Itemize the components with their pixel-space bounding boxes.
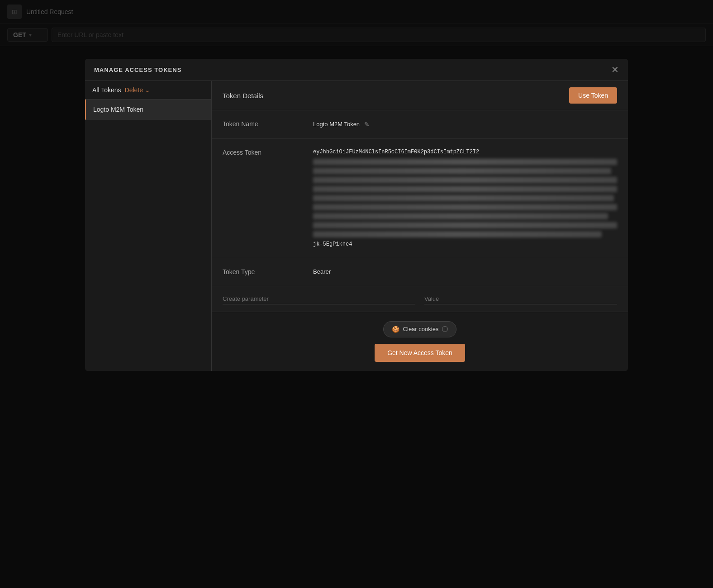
- blurred-line-4: [313, 186, 617, 192]
- token-list: Logto M2M Token: [85, 100, 211, 371]
- token-name-row: Logto M2M Token ✎: [313, 119, 617, 129]
- manage-tokens-modal: MANAGE ACCESS TOKENS ✕ All Tokens Delete…: [85, 59, 628, 371]
- info-icon[interactable]: ⓘ: [442, 325, 448, 333]
- detail-panel: Token Details Use Token Token Name Logto…: [212, 81, 628, 371]
- sidebar-controls: All Tokens Delete ⌄: [85, 81, 211, 100]
- chevron-down-icon: ⌄: [145, 86, 150, 94]
- edit-icon[interactable]: ✎: [364, 119, 370, 129]
- modal-footer: 🍪 Clear cookies ⓘ Get New Access Token: [212, 312, 628, 371]
- detail-panel-title: Token Details: [223, 92, 263, 100]
- access-token-label: Access Token: [223, 148, 313, 156]
- cookie-icon: 🍪: [392, 326, 399, 333]
- access-token-prefix: eyJhbGciOiJFUzM4NClsInR5cCI6ImF0K2p3dCIs…: [313, 148, 617, 156]
- token-name-field: Token Name Logto M2M Token ✎: [212, 110, 628, 139]
- blurred-line-2: [313, 168, 611, 174]
- all-tokens-button[interactable]: All Tokens: [92, 86, 121, 94]
- blurred-line-5: [313, 195, 614, 201]
- blurred-line-1: [313, 159, 617, 165]
- blurred-line-7: [313, 213, 608, 219]
- blurred-token-lines: [313, 159, 617, 237]
- blurred-line-8: [313, 222, 617, 228]
- detail-content: Token Name Logto M2M Token ✎ Access Toke…: [212, 110, 628, 312]
- param-value-input[interactable]: [424, 294, 617, 304]
- clear-cookies-label: Clear cookies: [403, 326, 439, 332]
- modal-header: MANAGE ACCESS TOKENS ✕: [85, 59, 628, 81]
- blurred-line-9: [313, 231, 602, 237]
- blurred-line-6: [313, 204, 617, 210]
- token-item[interactable]: Logto M2M Token: [85, 100, 211, 120]
- modal-body: All Tokens Delete ⌄ Logto M2M Token Toke…: [85, 81, 628, 371]
- use-token-button[interactable]: Use Token: [569, 87, 617, 104]
- sidebar: All Tokens Delete ⌄ Logto M2M Token: [85, 81, 212, 371]
- detail-header: Token Details Use Token: [212, 81, 628, 110]
- param-create-input[interactable]: [223, 294, 415, 304]
- clear-cookies-button[interactable]: 🍪 Clear cookies ⓘ: [383, 321, 457, 337]
- token-name-label: Token Name: [223, 119, 313, 128]
- access-token-field: Access Token eyJhbGciOiJFUzM4NClsInR5cCI…: [212, 139, 628, 258]
- token-type-value: Bearer: [313, 267, 617, 277]
- close-button[interactable]: ✕: [611, 65, 619, 74]
- token-name-text: Logto M2M Token: [313, 120, 360, 129]
- token-type-label: Token Type: [223, 267, 313, 275]
- param-row: [212, 286, 628, 312]
- token-name-value: Logto M2M Token ✎: [313, 119, 617, 129]
- token-item-name: Logto M2M Token: [93, 106, 143, 113]
- delete-label: Delete: [125, 86, 143, 94]
- access-token-value: eyJhbGciOiJFUzM4NClsInR5cCI6ImF0K2p3dCIs…: [313, 148, 617, 248]
- token-type-field: Token Type Bearer: [212, 258, 628, 286]
- blurred-line-3: [313, 177, 617, 183]
- modal-overlay: MANAGE ACCESS TOKENS ✕ All Tokens Delete…: [0, 0, 713, 588]
- get-new-access-token-button[interactable]: Get New Access Token: [375, 344, 465, 362]
- modal-title: MANAGE ACCESS TOKENS: [94, 66, 181, 73]
- access-token-suffix: jk-5EgP1kne4: [313, 240, 617, 249]
- delete-button[interactable]: Delete ⌄: [125, 86, 150, 94]
